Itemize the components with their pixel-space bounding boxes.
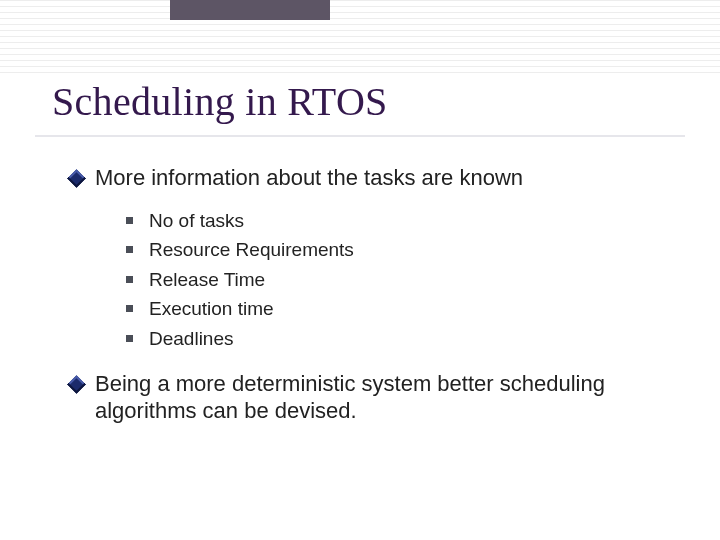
sub-bullet-text: Execution time — [149, 294, 274, 323]
square-bullet-icon — [126, 335, 133, 342]
bullet-level1: More information about the tasks are kno… — [70, 165, 680, 353]
square-bullet-icon — [126, 276, 133, 283]
square-bullet-icon — [126, 217, 133, 224]
sub-bullet-text: Resource Requirements — [149, 235, 354, 264]
slide-body: More information about the tasks are kno… — [70, 165, 680, 437]
bullet-text: Being a more deterministic system better… — [95, 371, 680, 425]
decorative-header-box — [170, 0, 330, 20]
sub-bullet: No of tasks — [126, 206, 680, 235]
sub-bullet: Resource Requirements — [126, 235, 680, 264]
diamond-bullet-icon — [67, 169, 85, 187]
square-bullet-icon — [126, 305, 133, 312]
diamond-bullet-icon — [67, 375, 85, 393]
sub-bullet-text: Deadlines — [149, 324, 234, 353]
bullet-level1: Being a more deterministic system better… — [70, 371, 680, 425]
square-bullet-icon — [126, 246, 133, 253]
sub-bullet-text: Release Time — [149, 265, 265, 294]
slide: Scheduling in RTOS More information abou… — [0, 0, 720, 540]
sub-bullet: Release Time — [126, 265, 680, 294]
sub-bullet-list: No of tasks Resource Requirements Releas… — [126, 206, 680, 353]
sub-bullet: Deadlines — [126, 324, 680, 353]
decorative-lines — [0, 0, 720, 78]
sub-bullet: Execution time — [126, 294, 680, 323]
bullet-text: More information about the tasks are kno… — [95, 165, 680, 192]
slide-title: Scheduling in RTOS — [52, 78, 388, 125]
sub-bullet-text: No of tasks — [149, 206, 244, 235]
title-divider — [35, 135, 685, 137]
